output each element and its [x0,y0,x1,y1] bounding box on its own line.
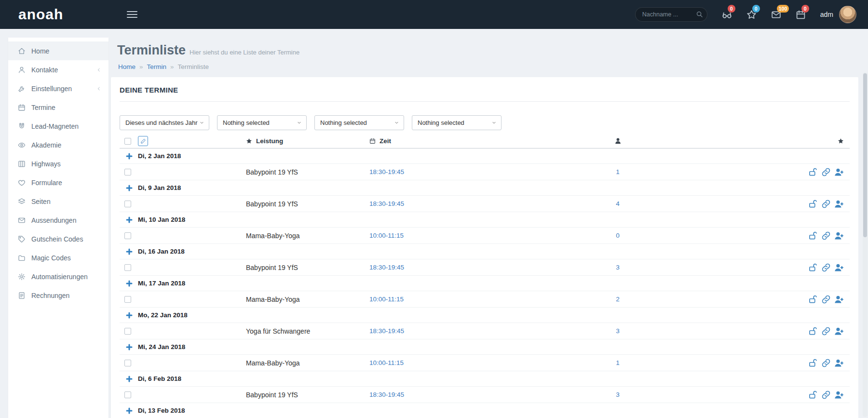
row-checkbox[interactable] [124,201,131,207]
link-icon[interactable] [821,231,831,241]
time-link[interactable]: 10:00-11:15 [369,359,404,366]
sidebar-item-label: Termine [31,104,55,111]
edit-button[interactable] [138,136,148,146]
filter-4[interactable]: Nothing selected [412,115,502,130]
add-appointment-icon[interactable] [125,152,133,160]
add-participant-icon[interactable] [834,167,844,177]
sidebar-item-magic-codes[interactable]: Magic Codes [8,248,108,267]
filter-3[interactable]: Nothing selected [314,115,404,130]
app-logo[interactable]: anoah [18,6,63,23]
row-checkbox[interactable] [124,296,131,303]
row-checkbox[interactable] [124,328,131,335]
time-link[interactable]: 18:30-19:45 [369,264,404,271]
sidebar-item-formulare[interactable]: Formulare [8,173,108,192]
count-link[interactable]: 1 [616,168,620,175]
unlock-icon[interactable] [808,231,818,241]
time-link[interactable]: 10:00-11:15 [369,232,404,239]
date-group-row: Di, 16 Jan 2018 [120,244,850,259]
count-link[interactable]: 0 [616,232,620,239]
username[interactable]: adm [820,11,833,18]
sidebar-item-highways[interactable]: Highways [8,154,108,173]
row-checkbox[interactable] [124,169,131,175]
breadcrumb-item: Terminliste [178,63,209,70]
add-participant-icon[interactable] [834,295,844,304]
sidebar-item-termine[interactable]: Termine [8,98,108,117]
add-appointment-icon[interactable] [125,216,133,224]
link-icon[interactable] [821,358,831,368]
add-appointment-icon[interactable] [125,311,133,319]
unlock-icon[interactable] [808,390,818,400]
time-link[interactable]: 18:30-19:45 [369,168,404,175]
add-participant-icon[interactable] [834,231,844,241]
add-appointment-icon[interactable] [125,343,133,351]
sidebar-item-rechnungen[interactable]: Rechnungen [8,286,108,305]
sidebar-item-akademie[interactable]: Akademie [8,135,108,154]
add-appointment-icon[interactable] [125,407,133,415]
service-name: Babypoint 19 YfS [246,168,298,176]
sidebar-item-home[interactable]: Home [8,41,108,60]
link-icon[interactable] [821,295,831,304]
sidebar-item-aussendungen[interactable]: Aussendungen [8,211,108,229]
link-icon[interactable] [821,263,831,272]
row-checkbox[interactable] [124,391,131,398]
date-group-row: Mi, 10 Jan 2018 [120,212,850,228]
sidebar-item-seiten[interactable]: Seiten [8,192,108,211]
add-appointment-icon[interactable] [125,248,133,256]
add-participant-icon[interactable] [834,390,844,400]
sidebar-item-label: Gutschein Codes [31,235,83,243]
unlock-icon[interactable] [808,295,818,304]
breadcrumb: Home » Termin » Terminliste [117,63,868,70]
avatar[interactable] [839,6,856,23]
sidebar-item-einstellungen[interactable]: Einstellungen [8,79,108,98]
unlock-icon[interactable] [808,199,818,209]
date-group-row: Di, 2 Jan 2018 [120,148,850,164]
count-link[interactable]: 3 [616,391,620,398]
row-checkbox[interactable] [124,264,131,271]
filter-period[interactable]: Dieses und nächstes Jahr [120,115,209,130]
row-checkbox[interactable] [124,232,131,239]
date-group-row: Di, 6 Feb 2018 [120,371,850,387]
scrollbar-track[interactable] [863,72,868,417]
add-appointment-icon[interactable] [125,375,133,383]
topbar-icon-group: 0 0 100 0 [722,9,820,20]
time-link[interactable]: 18:30-19:45 [369,327,404,335]
count-link[interactable]: 1 [616,359,620,366]
add-participant-icon[interactable] [834,358,844,368]
row-checkbox[interactable] [124,360,131,366]
chevron-left-icon [96,67,102,73]
sidebar-item-gutschein-codes[interactable]: Gutschein Codes [8,229,108,248]
menu-toggle-icon[interactable] [127,9,137,20]
scrollbar-thumb[interactable] [863,73,867,237]
count-link[interactable]: 3 [616,327,620,335]
unlock-icon[interactable] [808,358,818,368]
count-link[interactable]: 3 [616,264,620,271]
select-all-checkbox[interactable] [124,138,131,145]
count-link[interactable]: 2 [616,296,620,303]
count-link[interactable]: 4 [616,200,620,207]
add-appointment-icon[interactable] [125,184,133,192]
sidebar-item-lead-magneten[interactable]: Lead-Magneten [8,117,108,135]
unlock-icon[interactable] [808,326,818,336]
sidebar-item-label: Highways [31,160,61,168]
filter-2[interactable]: Nothing selected [217,115,307,130]
breadcrumb-item[interactable]: Termin [147,63,167,70]
unlock-icon[interactable] [808,263,818,272]
add-participant-icon[interactable] [834,263,844,272]
breadcrumb-item[interactable]: Home [118,63,136,70]
search-icon[interactable] [696,11,703,18]
sidebar-item-kontakte[interactable]: Kontakte [8,60,108,79]
home-icon [18,47,26,55]
group-date: Mi, 17 Jan 2018 [138,280,185,287]
time-link[interactable]: 10:00-11:15 [369,296,404,303]
link-icon[interactable] [821,390,831,400]
add-appointment-icon[interactable] [125,280,133,287]
add-participant-icon[interactable] [834,326,844,336]
sidebar-item-automatisierungen[interactable]: Automatisierungen [8,267,108,286]
add-participant-icon[interactable] [834,199,844,209]
link-icon[interactable] [821,199,831,209]
time-link[interactable]: 18:30-19:45 [369,391,404,398]
time-link[interactable]: 18:30-19:45 [369,200,404,207]
unlock-icon[interactable] [808,167,818,177]
link-icon[interactable] [821,326,831,336]
link-icon[interactable] [821,167,831,177]
